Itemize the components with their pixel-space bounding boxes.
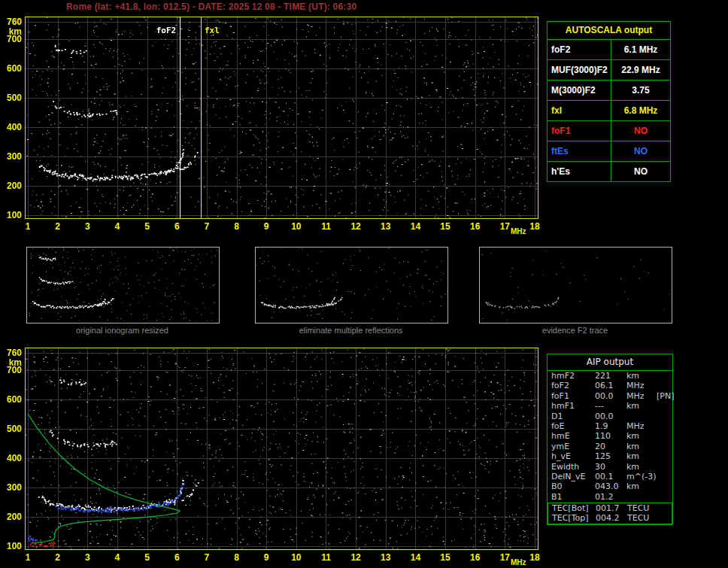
aip-row-extra (657, 492, 672, 502)
x-axis-tick-label: 15 (437, 221, 453, 232)
aip-row-label: foF1 (551, 391, 595, 401)
aip-ionogram-block: 760700600500400300200100km12345678910111… (0, 348, 551, 567)
y-axis-tick-label: 300 (0, 151, 22, 162)
autoscala-row-value: 22.9 MHz (611, 60, 670, 80)
x-axis-tick-label: 7 (199, 552, 215, 563)
aip-row-extra (657, 503, 672, 513)
aip-row-label: ymE (551, 442, 595, 451)
x-axis-tick-label: 9 (258, 552, 275, 563)
aip-row-extra (657, 401, 672, 411)
x-axis-tick-label: 5 (139, 221, 156, 232)
y-axis-tick-label: 400 (0, 453, 22, 463)
aip-row-value: 30 (595, 462, 626, 472)
autoscala-row-value: 3.75 (611, 80, 670, 100)
aip-row-label: TEC[Top] (552, 513, 596, 523)
y-axis-tick-label: 100 (0, 210, 22, 220)
aip-row-extra (657, 431, 672, 441)
x-axis-tick-label: 1 (20, 552, 36, 563)
autoscala-row-value: NO (611, 121, 670, 141)
x-axis-tick-label: 14 (407, 221, 423, 232)
aip-row: TEC[Bot]001.7TECU (548, 503, 672, 513)
thumbnail-caption-eliminate: eliminate multiple reflections (254, 326, 447, 335)
aip-row: Ewidth30km (548, 462, 672, 472)
aip-row: h_vE125km (548, 451, 672, 461)
aip-row-value: 001.7 (596, 503, 627, 513)
x-axis-tick-label: 18 (526, 221, 543, 232)
autoscala-row: M(3000)F23.75 (548, 80, 670, 101)
aip-row-extra (657, 451, 672, 461)
aip-row-extra (657, 472, 672, 481)
aip-ionogram-plot (26, 348, 538, 549)
thumbnail-eliminate-canvas (256, 248, 446, 321)
aip-row-extra (657, 481, 672, 491)
foF2-line-label: foF2 (156, 26, 177, 35)
aip-row: foF100.0MHz[PN] (548, 391, 672, 401)
aip-row-value: 00.0 (595, 412, 626, 421)
aip-row-extra (657, 371, 672, 381)
autoscala-row-value: 6.1 MHz (611, 40, 670, 59)
aip-row: DelN_vE00.1m^(-3) (548, 472, 672, 481)
x-axis-tick-label: 16 (467, 552, 484, 563)
autoscala-row: foF26.1 MHz (548, 40, 670, 60)
x-axis-tick-label: 15 (437, 552, 453, 563)
x-axis-tick-label: 13 (378, 221, 394, 232)
scaled-ionogram-frame (25, 17, 538, 219)
x-axis-tick-label: 11 (317, 221, 334, 232)
y-axis-tick-label: 200 (0, 181, 22, 191)
aip-row-label: foF2 (551, 381, 595, 390)
x-axis-tick-label: 14 (407, 552, 423, 563)
aip-row-unit: km (626, 401, 657, 411)
aip-row-value: 125 (595, 451, 626, 461)
aip-row: hmF2221km (548, 371, 672, 381)
autoscala-row: ftEsNO (548, 141, 670, 162)
x-axis-tick-label: 10 (288, 221, 305, 232)
autoscala-table-title: AUTOSCALA output (548, 22, 670, 40)
x-axis-tick-label: 12 (347, 552, 364, 563)
aip-row-label: hmE (551, 431, 595, 441)
aip-row-value: 043.0 (595, 481, 626, 491)
x-axis-tick-label: 8 (229, 552, 245, 563)
aip-row: ymE20km (548, 442, 672, 451)
thumbnail-original-ionogram (26, 247, 220, 323)
aip-row-unit (626, 412, 657, 421)
y-axis-tick-label: 400 (0, 122, 22, 132)
station-header-title: Rome (lat: +41.8, lon: 012.5) - DATE: 20… (66, 2, 356, 12)
aip-row-label: h_vE (551, 451, 595, 461)
aip-row-unit: MHz (626, 381, 657, 390)
x-axis-tick-label: 4 (109, 552, 126, 563)
y-axis-tick-label: 300 (0, 482, 22, 493)
aip-row-unit (626, 492, 657, 502)
x-axis-tick-label: 5 (139, 552, 156, 563)
autoscala-row-value: NO (611, 141, 670, 161)
aip-table-title: AIP output (548, 354, 672, 371)
aip-row-unit: km (626, 442, 657, 451)
x-axis-tick-label: 12 (347, 221, 364, 232)
x-axis-tick-label: 16 (467, 221, 484, 232)
aip-row-label: TEC[Bot] (552, 503, 596, 513)
y-axis-tick-label: 500 (0, 93, 22, 103)
aip-row-extra (657, 462, 672, 472)
aip-row-unit: MHz (626, 421, 657, 431)
aip-row-unit: km (626, 431, 657, 441)
autoscala-row: MUF(3000)F222.9 MHz (548, 60, 670, 80)
aip-row-label: B1 (551, 492, 595, 502)
scaled-ionogram-block: 760700600500400300200100km12345678910111… (0, 17, 551, 236)
thumbnail-original-canvas (27, 248, 217, 321)
x-axis-tick-label: 9 (258, 221, 275, 232)
aip-row-value: 01.2 (595, 492, 626, 502)
aip-row-label: D1 (551, 412, 595, 421)
aip-row: foF206.1MHz (548, 381, 672, 390)
aip-row-label: DelN_vE (551, 472, 595, 481)
x-axis-tick-label: 1 (20, 221, 36, 232)
x-axis-tick-label: 18 (526, 552, 543, 563)
x-axis-tick-label: 11 (317, 552, 334, 563)
aip-row-unit: km (626, 462, 657, 472)
aip-row-extra (657, 421, 672, 431)
aip-row-label: foE (551, 421, 595, 431)
aip-row: foE1.9MHz (548, 421, 672, 431)
autoscala-row: fxl6.8 MHz (548, 101, 670, 121)
autoscala-row-label: fxl (548, 101, 611, 120)
thumbnail-eliminate-reflections (255, 247, 448, 323)
aip-row: B0043.0km (548, 481, 672, 491)
autoscala-row-label: ftEs (548, 141, 611, 161)
